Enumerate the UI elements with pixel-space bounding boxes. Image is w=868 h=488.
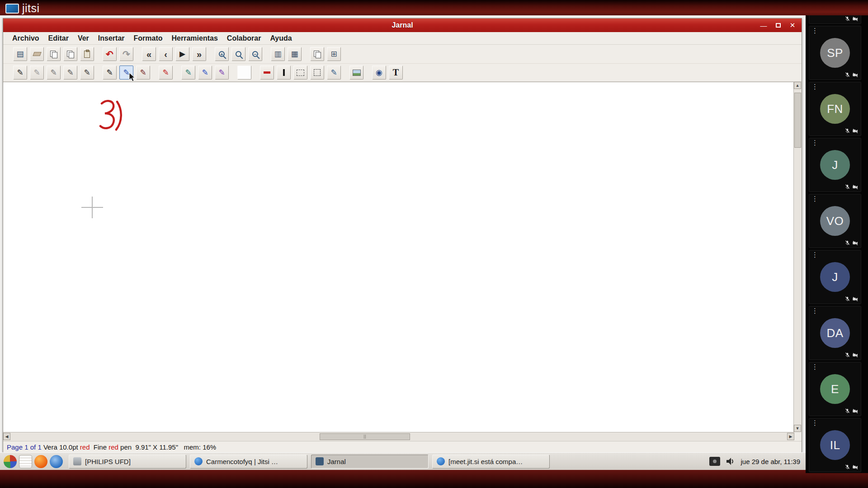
task-jitsi-meeting[interactable]: Carmencotofyq | Jitsi … (190, 455, 307, 469)
webcam-tray-icon[interactable] (709, 457, 720, 466)
browser-launcher[interactable] (50, 455, 63, 468)
pen-teal-button[interactable]: ✎ (181, 66, 195, 80)
window-titlebar[interactable]: Jarnal — ✕ (3, 19, 802, 32)
eraser-button[interactable] (30, 47, 44, 61)
pen-red-button[interactable]: ✎ (159, 66, 173, 80)
red-line-button[interactable] (260, 66, 274, 80)
duplicate-page-icon (50, 51, 57, 57)
zoom-in-button[interactable] (215, 47, 229, 61)
camera-muted-icon (852, 296, 859, 302)
maximize-button[interactable] (772, 20, 784, 31)
web-tool-button[interactable]: ◉ (372, 66, 386, 80)
last-page-icon: » (197, 50, 202, 59)
tile-menu-icon[interactable]: ⋮ (811, 195, 818, 202)
mouse-cursor (128, 72, 137, 82)
pen-white-button[interactable] (237, 66, 251, 80)
pen-bold-button[interactable]: ✎ (63, 66, 77, 80)
last-page-button[interactable]: » (192, 47, 206, 61)
firefox-launcher[interactable] (34, 455, 47, 468)
paste-button[interactable] (80, 47, 94, 61)
menu-insertar[interactable]: Insertar (94, 32, 129, 45)
participant-tile-da[interactable]: ⋮ DA (809, 306, 861, 360)
speaker-icon[interactable] (726, 457, 736, 465)
insert-page-button[interactable]: ⊞ (327, 47, 341, 61)
jitsi-logo[interactable]: jitsi (5, 2, 40, 15)
pen-black-button[interactable]: ✎ (13, 66, 27, 80)
tile-menu-icon[interactable]: ⋮ (811, 307, 818, 314)
zoom-fit-button[interactable] (231, 47, 245, 61)
zoom-out-button[interactable] (248, 47, 262, 61)
status-page-size-mem: pen 9.91" X 11.95" mem: 16% (118, 443, 216, 451)
participant-tile-sp[interactable]: ⋮ SP (809, 26, 861, 80)
participant-tile-vo[interactable]: ⋮ VO (809, 194, 861, 248)
app-menu-launcher[interactable] (4, 455, 17, 468)
participant-tile-j1[interactable]: ⋮ J (809, 138, 861, 192)
participant-tile-il[interactable]: ⋮ IL (809, 418, 861, 472)
close-button[interactable]: ✕ (786, 20, 799, 31)
tile-menu-icon[interactable]: ⋮ (811, 139, 818, 146)
pen-maroon-button[interactable]: ✎ (136, 66, 150, 80)
menu-ayuda[interactable]: Ayuda (265, 32, 296, 45)
pen-dark-icon: ✎ (106, 69, 113, 76)
status-pen-weight: Fine (90, 443, 109, 451)
minimize-button[interactable]: — (757, 20, 770, 31)
undo-button[interactable]: ↶ (103, 47, 117, 61)
participant-tile-e[interactable]: ⋮ E (809, 362, 861, 416)
scroll-down-arrow[interactable]: ▼ (794, 425, 801, 432)
menu-editar[interactable]: Editar (44, 32, 73, 45)
participant-tile-fn[interactable]: ⋮ FN (809, 82, 861, 136)
scroll-left-arrow[interactable]: ◀ (3, 433, 10, 440)
pen-blue-button[interactable]: ✎ (198, 66, 212, 80)
scroll-up-arrow[interactable]: ▲ (794, 82, 801, 89)
two-page-view-button[interactable]: ▥ (271, 47, 285, 61)
task-jarnal[interactable]: Jarnal (311, 455, 429, 469)
pen-violet-button[interactable]: ✎ (215, 66, 229, 80)
select-region-button[interactable] (310, 66, 324, 80)
menu-ver[interactable]: Ver (73, 32, 94, 45)
pen-dark-button[interactable]: ✎ (103, 66, 117, 80)
vertical-scroll-thumb[interactable] (794, 93, 801, 148)
redo-button[interactable]: ↷ (119, 47, 133, 61)
jarnal-window: Jarnal — ✕ Archivo Editar Ver Insertar F… (3, 18, 802, 452)
text-tool-button[interactable]: T (389, 66, 403, 80)
vertical-scrollbar[interactable]: ▲ ▼ (793, 82, 802, 432)
tile-menu-icon[interactable]: ⋮ (811, 83, 818, 90)
pen-fine-button[interactable]: ✎ (30, 66, 44, 80)
tile-menu-icon[interactable]: ⋮ (811, 363, 818, 371)
horizontal-scroll-thumb[interactable] (320, 433, 410, 440)
menu-formato[interactable]: Formato (129, 32, 167, 45)
drawing-canvas[interactable] (3, 82, 794, 432)
pen-heavy-button[interactable]: ✎ (80, 66, 94, 80)
task-philips-ufd[interactable]: [PHILIPS UFD] (69, 455, 186, 469)
new-page-button[interactable] (310, 47, 324, 61)
horizontal-scrollbar[interactable]: ◀ ▶ (3, 432, 794, 441)
text-editor-launcher[interactable] (19, 455, 32, 468)
copy-button[interactable] (63, 47, 77, 61)
pen-steel-button[interactable]: ✎ (327, 66, 341, 80)
black-line-button[interactable] (277, 66, 291, 80)
participant-tile-j2[interactable]: ⋮ J (809, 250, 861, 304)
tile-menu-icon[interactable]: ⋮ (811, 251, 818, 258)
menu-archivo[interactable]: Archivo (8, 32, 44, 45)
menu-herramientas[interactable]: Herramientas (167, 32, 222, 45)
task-meet-jitsi-sharing[interactable]: [meet.jit.si está compa… (432, 455, 550, 469)
camera-muted-icon (852, 408, 859, 414)
pen-medium-button[interactable]: ✎ (47, 66, 61, 80)
duplicate-page-button[interactable] (47, 47, 61, 61)
tile-menu-icon[interactable]: ⋮ (811, 419, 818, 427)
thumbnail-view-button[interactable]: ▦ (288, 47, 302, 61)
first-page-button[interactable]: « (142, 47, 156, 61)
select-rect-button[interactable] (293, 66, 307, 80)
menu-colaborar[interactable]: Colaborar (222, 32, 266, 45)
scroll-right-arrow[interactable]: ▶ (787, 433, 794, 440)
avatar: DA (820, 318, 850, 348)
tile-menu-icon[interactable]: ⋮ (811, 27, 818, 34)
save-button[interactable]: ▤ (13, 47, 27, 61)
next-page-button[interactable]: ▶ (175, 47, 189, 61)
insert-image-button[interactable] (349, 66, 363, 80)
mic-muted-icon (844, 16, 850, 22)
clock[interactable]: jue 29 de abr, 11:39 (741, 458, 801, 465)
participant-tile-clipped[interactable]: ⋮ (809, 15, 861, 24)
insert-page-icon: ⊞ (330, 50, 337, 58)
previous-page-button[interactable]: ‹ (159, 47, 173, 61)
